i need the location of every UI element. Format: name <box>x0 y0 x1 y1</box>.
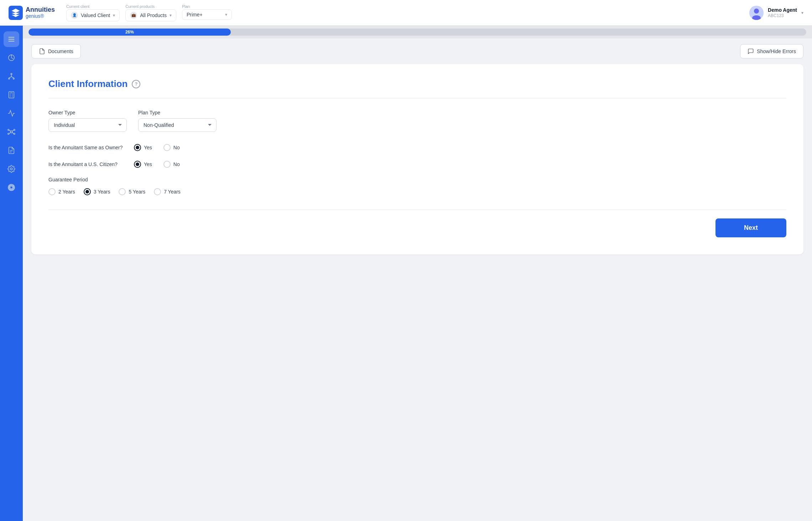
current-client-dropdown: Current client 👤 Valued Client ▾ <box>66 4 120 21</box>
help-icon[interactable]: ? <box>132 80 140 88</box>
sidebar-item-documents[interactable] <box>4 143 19 158</box>
current-client-btn[interactable]: 👤 Valued Client ▾ <box>66 9 120 21</box>
svg-point-8 <box>9 78 10 79</box>
guarantee-5yr-radio[interactable] <box>119 188 126 195</box>
svg-point-1 <box>754 9 759 14</box>
same-as-owner-question: Is the Annuitant Same as Owner? <box>48 143 134 151</box>
chevron-down-icon: ▾ <box>225 12 227 17</box>
same-as-owner-no-text: No <box>173 145 180 150</box>
avatar <box>749 6 764 20</box>
guarantee-3yr-text: 3 Years <box>94 189 110 195</box>
guarantee-7yr-text: 7 Years <box>164 189 181 195</box>
main-content: 26% Documents Show/Hide Errors Client In… <box>23 26 812 521</box>
svg-point-9 <box>13 78 15 79</box>
sidebar-item-settings[interactable] <box>4 161 19 177</box>
sidebar-item-cog[interactable] <box>4 180 19 195</box>
guarantee-period-section: Guarantee Period 2 Years 3 Years 5 Years… <box>48 177 786 195</box>
current-products-btn[interactable]: 💼 All Products ▾ <box>125 9 176 21</box>
same-as-owner-yes-label[interactable]: Yes <box>134 144 152 151</box>
show-hide-errors-button[interactable]: Show/Hide Errors <box>740 44 803 58</box>
next-button[interactable]: Next <box>715 218 786 237</box>
owner-type-select[interactable]: Individual Joint Trust Entity <box>48 118 127 132</box>
same-as-owner-options: Yes No <box>134 143 180 151</box>
logo-icon <box>9 6 23 20</box>
same-as-owner-yes-radio[interactable] <box>134 144 141 151</box>
sidebar-item-chart[interactable] <box>4 105 19 121</box>
guarantee-3yr-label[interactable]: 3 Years <box>84 188 110 195</box>
svg-line-26 <box>9 130 11 131</box>
guarantee-5yr-text: 5 Years <box>129 189 145 195</box>
sidebar-item-calculator[interactable] <box>4 87 19 103</box>
svg-line-29 <box>12 133 14 134</box>
agent-id: ABC123 <box>768 13 797 19</box>
us-citizen-row: Is the Annuitant a U.S. Citizen? Yes No <box>48 160 786 168</box>
us-citizen-no-radio[interactable] <box>163 161 171 168</box>
progress-label: 26% <box>125 30 134 35</box>
guarantee-7yr-label[interactable]: 7 Years <box>154 188 181 195</box>
guarantee-2yr-radio[interactable] <box>48 188 56 195</box>
current-products-dropdown: Current products 💼 All Products ▾ <box>125 4 176 21</box>
plan-label: Plan <box>182 4 232 9</box>
sidebar <box>0 26 23 521</box>
guarantee-7yr-radio[interactable] <box>154 188 161 195</box>
documents-label: Documents <box>48 48 73 54</box>
card-footer: Next <box>48 210 786 237</box>
svg-point-23 <box>14 129 15 131</box>
progress-bar-track: 26% <box>28 29 806 36</box>
svg-point-24 <box>8 133 9 135</box>
header-dropdowns: Current client 👤 Valued Client ▾ Current… <box>66 4 749 21</box>
us-citizen-yes-radio[interactable] <box>134 161 141 168</box>
current-products-value: All Products <box>140 12 167 18</box>
svg-line-27 <box>12 130 14 131</box>
client-information-card: Client Information ? Owner Type Individu… <box>31 64 803 254</box>
guarantee-2yr-text: 2 Years <box>58 189 75 195</box>
same-as-owner-row: Is the Annuitant Same as Owner? Yes No <box>48 143 786 151</box>
progress-bar-container: 26% <box>23 26 812 38</box>
guarantee-3yr-radio[interactable] <box>84 188 91 195</box>
owner-type-label: Owner Type <box>48 110 127 115</box>
svg-point-25 <box>14 133 15 135</box>
sidebar-item-dashboard[interactable] <box>4 50 19 66</box>
section-title: Client Information ? <box>48 78 786 89</box>
section-title-text: Client Information <box>48 78 127 89</box>
plan-btn[interactable]: Prime+ ▾ <box>182 9 232 20</box>
owner-type-group: Owner Type Individual Joint Trust Entity <box>48 110 127 132</box>
plan-type-select[interactable]: Non-Qualified IRA Roth IRA 401(k) <box>138 118 217 132</box>
agent-name: Demo Agent <box>768 7 797 13</box>
documents-button[interactable]: Documents <box>31 44 81 58</box>
us-citizen-question: Is the Annuitant a U.S. Citizen? <box>48 160 134 168</box>
svg-line-12 <box>11 77 14 78</box>
us-citizen-yes-label[interactable]: Yes <box>134 161 152 168</box>
svg-line-11 <box>9 77 11 78</box>
current-client-label: Current client <box>66 4 120 9</box>
same-as-owner-no-radio[interactable] <box>163 144 171 151</box>
comment-icon <box>748 48 754 55</box>
owner-plan-row: Owner Type Individual Joint Trust Entity… <box>48 110 786 132</box>
plan-value: Prime+ <box>187 12 203 17</box>
logo-line1: Annuities <box>26 6 55 14</box>
svg-line-28 <box>9 133 11 134</box>
progress-bar-fill: 26% <box>28 29 231 36</box>
us-citizen-options: Yes No <box>134 160 180 168</box>
svg-point-22 <box>8 129 9 131</box>
sidebar-item-hierarchy[interactable] <box>4 68 19 84</box>
us-citizen-no-label[interactable]: No <box>163 161 180 168</box>
svg-point-32 <box>10 168 12 170</box>
us-citizen-no-text: No <box>173 161 180 167</box>
header-right: Demo Agent ABC123 ▾ <box>749 6 803 20</box>
plan-dropdown: Plan Prime+ ▾ <box>182 4 232 21</box>
guarantee-period-label: Guarantee Period <box>48 177 786 182</box>
show-hide-label: Show/Hide Errors <box>757 48 796 54</box>
logo: Annuities genius® <box>9 6 55 20</box>
sidebar-item-menu[interactable] <box>4 31 19 47</box>
app-header: Annuities genius® Current client 👤 Value… <box>0 0 812 26</box>
section-divider <box>48 98 786 98</box>
products-icon: 💼 <box>130 12 137 19</box>
sidebar-item-network[interactable] <box>4 124 19 140</box>
same-as-owner-no-label[interactable]: No <box>163 144 180 151</box>
guarantee-period-options: 2 Years 3 Years 5 Years 7 Years <box>48 188 786 195</box>
agent-chevron-icon[interactable]: ▾ <box>801 10 803 15</box>
guarantee-5yr-label[interactable]: 5 Years <box>119 188 145 195</box>
svg-rect-13 <box>9 92 14 98</box>
guarantee-2yr-label[interactable]: 2 Years <box>48 188 75 195</box>
